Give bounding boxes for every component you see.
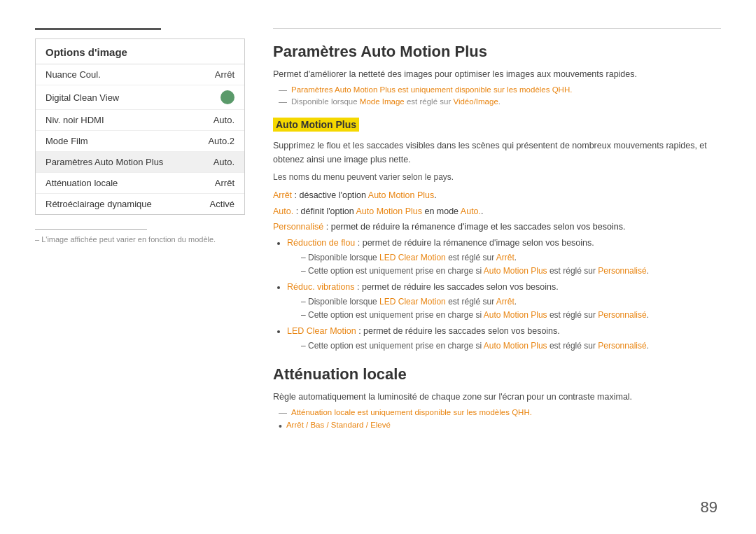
note1-link: Paramètres Auto Motion Plus est uniqueme… — [291, 85, 572, 94]
sidebar-footer: – L'image affichée peut varier en foncti… — [35, 229, 245, 244]
sidebar-box: Options d'image Nuance Coul. Arrêt Digit… — [35, 38, 245, 215]
sidebar: Options d'image Nuance Coul. Arrêt Digit… — [35, 28, 245, 513]
sub-item-0-1: Cette option est uniquement prise en cha… — [301, 265, 721, 278]
opt-bas: Bas — [310, 421, 324, 429]
sidebar-item-digital[interactable]: Digital Clean View — [36, 85, 244, 110]
page-number: 89 — [701, 498, 718, 517]
note1-text: Paramètres Auto Motion Plus est uniqueme… — [291, 85, 572, 94]
action2-rest2: en mode — [422, 206, 461, 216]
action3-rest: : permet de réduire la rémanence d'image… — [323, 222, 625, 232]
section1-title: Paramètres Auto Motion Plus — [273, 43, 721, 61]
sidebar-item-nuance[interactable]: Nuance Coul. Arrêt — [36, 64, 244, 85]
action1-part1: Arrêt — [273, 190, 292, 200]
opt-eleve: Elevé — [370, 421, 391, 429]
sidebar-item-params-auto[interactable]: Paramètres Auto Motion Plus Auto. — [36, 152, 244, 173]
bullet0-label-link: Réduction de flou — [287, 238, 355, 248]
bullet1-label-link: Réduc. vibrations — [287, 282, 355, 292]
sidebar-item-mode-film-label: Mode Film — [46, 136, 88, 146]
sub-list-2: Cette option est uniquement prise en cha… — [301, 339, 721, 353]
top-rule — [273, 28, 721, 29]
section2-note-dash: — — [279, 408, 287, 418]
sidebar-item-retro-value: Activé — [210, 199, 234, 209]
section1-desc: Permet d'améliorer la netteté des images… — [273, 68, 721, 81]
section-attenuation: Atténuation locale Règle automatiquement… — [273, 365, 721, 432]
note2-link2: Vidéo/Image — [453, 97, 498, 106]
bullet-item-2: LED Clear Motion : permet de réduire les… — [287, 325, 721, 353]
sub-item-0-0: Disponible lorsque LED Clear Motion est … — [301, 251, 721, 265]
section-params-auto: Paramètres Auto Motion Plus Permet d'amé… — [273, 43, 721, 353]
sub-list-0: Disponible lorsque LED Clear Motion est … — [301, 251, 721, 278]
sidebar-item-nuance-value: Arrêt — [215, 69, 234, 80]
bullet2-label-link: LED Clear Motion — [287, 326, 356, 336]
action1-end: . — [434, 190, 436, 200]
action2-end: . — [481, 206, 483, 216]
section1-highlight: Auto Motion Plus — [273, 118, 359, 132]
note2-text: Disponible lorsque Mode Image est réglé … — [291, 97, 500, 106]
sidebar-item-attenuation-value: Arrêt — [215, 178, 234, 188]
note1: — Paramètres Auto Motion Plus est unique… — [273, 85, 721, 95]
section1-body: Supprimez le flou et les saccades visibl… — [273, 139, 721, 167]
sidebar-top-line — [35, 28, 161, 30]
section2-title: Atténuation locale — [273, 365, 721, 384]
opt-slash3: / — [364, 421, 371, 429]
main-content: Paramètres Auto Motion Plus Permet d'amé… — [273, 28, 721, 513]
bullet-icon: • — [279, 421, 282, 432]
toggle-icon — [220, 90, 234, 104]
action1-link: Auto Motion Plus — [368, 190, 435, 200]
sidebar-item-params-auto-label: Paramètres Auto Motion Plus — [46, 157, 163, 167]
action3: Personnalisé : permet de réduire la réma… — [273, 220, 721, 234]
opt-arret: Arrêt — [286, 421, 304, 429]
section2-note-text: Atténuation locale est uniquement dispon… — [291, 408, 532, 416]
note2: — Disponible lorsque Mode Image est régl… — [273, 97, 721, 107]
action3-part1: Personnalisé — [273, 222, 323, 232]
sidebar-footer-line — [35, 229, 147, 230]
section2-options-text: Arrêt / Bas / Standard / Elevé — [286, 421, 391, 429]
sidebar-item-nuance-label: Nuance Coul. — [46, 69, 101, 80]
sidebar-item-retro[interactable]: Rétroéclairage dynamique Activé — [36, 194, 244, 214]
sidebar-footer-text: – L'image affichée peut varier en foncti… — [35, 235, 245, 244]
note2-part2: est réglé sur — [405, 97, 454, 106]
note2-dash: — — [279, 97, 287, 107]
bullet0-label-rest: : permet de réduire la rémanence d'image… — [355, 238, 594, 248]
sidebar-item-digital-label: Digital Clean View — [46, 92, 119, 103]
bullet2-label-rest: : permet de réduire les saccades selon v… — [356, 326, 560, 336]
note2-part1: Disponible lorsque — [291, 97, 360, 106]
sidebar-item-params-auto-value: Auto. — [214, 157, 234, 167]
sub-list-1: Disponible lorsque LED Clear Motion est … — [301, 295, 721, 322]
opt-standard: Standard — [331, 421, 364, 429]
sidebar-item-attenuation-label: Atténuation locale — [46, 178, 118, 188]
action1: Arrêt : désactive l'option Auto Motion P… — [273, 189, 721, 202]
sidebar-item-niv-label: Niv. noir HDMI — [46, 115, 104, 125]
note2-link1: Mode Image — [360, 97, 405, 106]
sidebar-item-niv[interactable]: Niv. noir HDMI Auto. — [36, 110, 244, 131]
sub-item-1-1: Cette option est uniquement prise en cha… — [301, 309, 721, 322]
action2-link2: Auto. — [461, 206, 481, 216]
bullet-item-1: Réduc. vibrations : permet de réduire le… — [287, 281, 721, 322]
sub-item-1-0: Disponible lorsque LED Clear Motion est … — [301, 295, 721, 309]
sidebar-item-retro-label: Rétroéclairage dynamique — [46, 199, 152, 209]
bullet-item-0: Réduction de flou : permet de réduire la… — [287, 237, 721, 278]
opt-slash1: / — [304, 421, 311, 429]
sidebar-title: Options d'image — [36, 39, 244, 64]
menu-note: Les noms du menu peuvent varier selon le… — [273, 172, 721, 182]
opt-slash2: / — [324, 421, 331, 429]
section2-note: — Atténuation locale est uniquement disp… — [273, 408, 721, 418]
note2-end: . — [498, 97, 500, 106]
action2-part1: Auto. — [273, 206, 293, 216]
note1-dash: — — [279, 85, 287, 95]
action1-rest: : désactive l'option — [292, 190, 368, 200]
sidebar-item-mode-film[interactable]: Mode Film Auto.2 — [36, 131, 244, 152]
section2-options: • Arrêt / Bas / Standard / Elevé — [273, 421, 721, 432]
action2-rest: : définit l'option — [293, 206, 356, 216]
bullet1-label-rest: : permet de réduire les saccades selon v… — [355, 282, 559, 292]
action2-link: Auto Motion Plus — [356, 206, 422, 216]
sidebar-item-niv-value: Auto. — [214, 115, 234, 125]
sidebar-item-attenuation[interactable]: Atténuation locale Arrêt — [36, 173, 244, 194]
sub-item-2-0: Cette option est uniquement prise en cha… — [301, 339, 721, 353]
bullet-list: Réduction de flou : permet de réduire la… — [287, 237, 721, 353]
sidebar-item-mode-film-value: Auto.2 — [208, 136, 234, 146]
section2-desc: Règle automatiquement la luminosité de c… — [273, 391, 721, 404]
action2: Auto. : définit l'option Auto Motion Plu… — [273, 205, 721, 218]
